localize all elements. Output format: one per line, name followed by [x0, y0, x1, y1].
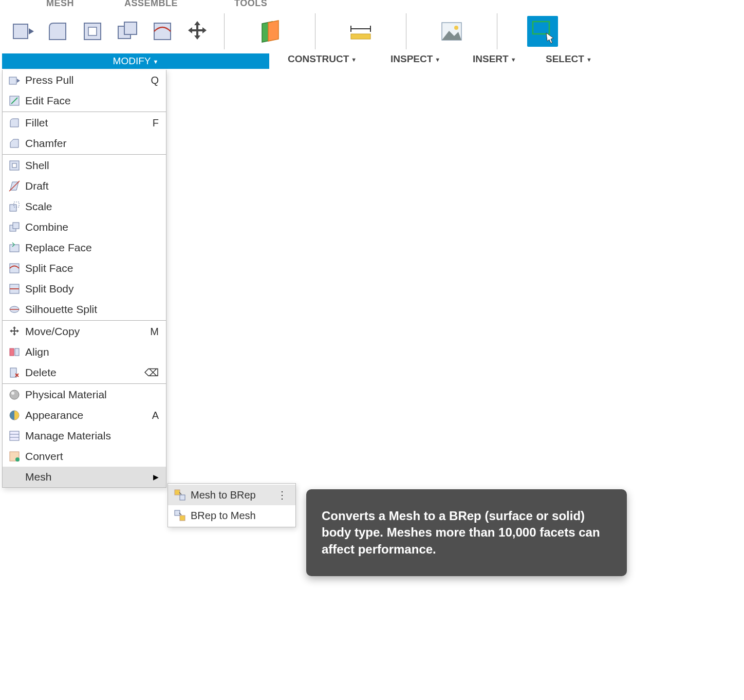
convert-icon — [8, 450, 21, 463]
menu-item-label: Physical Material — [25, 389, 161, 401]
svg-rect-8 — [88, 27, 97, 35]
split-face-icon — [8, 262, 21, 275]
menu-combine[interactable]: Combine — [3, 217, 166, 237]
menu-mesh[interactable]: Mesh ▶ — [3, 467, 166, 487]
menu-item-label: Combine — [25, 221, 161, 233]
svg-rect-34 — [15, 348, 19, 356]
inspect-dropdown[interactable]: INSPECT▼ — [390, 53, 440, 65]
tool-press-pull[interactable] — [7, 16, 38, 47]
tool-construct-plane[interactable] — [254, 16, 285, 47]
menu-scale[interactable]: Scale — [3, 196, 166, 217]
svg-rect-23 — [10, 205, 16, 211]
menu-manage-materials[interactable]: Manage Materials — [3, 426, 166, 446]
svg-rect-46 — [175, 510, 180, 515]
kebab-icon[interactable]: ⋮ — [277, 489, 287, 501]
menu-item-shortcut: A — [152, 410, 159, 421]
menu-item-label: Align — [25, 346, 161, 358]
tool-inspect-measure[interactable] — [345, 16, 376, 47]
align-icon — [8, 345, 21, 359]
menu-align[interactable]: Align — [3, 342, 166, 362]
toolbar — [0, 8, 744, 54]
menu-split-body[interactable]: Split Body — [3, 279, 166, 299]
menu-convert[interactable]: Convert — [3, 446, 166, 467]
menu-item-label: Fillet — [25, 117, 153, 129]
svg-rect-18 — [533, 22, 549, 34]
shell-icon — [8, 159, 21, 172]
menu-item-label: Shell — [25, 159, 161, 172]
menu-shell[interactable]: Shell — [3, 155, 166, 176]
select-dropdown[interactable]: SELECT▼ — [546, 53, 592, 65]
svg-point-43 — [15, 457, 20, 462]
tab-mesh[interactable]: MESH — [46, 0, 74, 6]
tab-assemble[interactable]: ASSEMBLE — [124, 0, 178, 6]
menu-brep-to-mesh[interactable]: BRep to Mesh — [168, 505, 295, 526]
menu-draft[interactable]: Draft — [3, 176, 166, 196]
menu-item-label: Edit Face — [25, 95, 161, 107]
press-pull-icon — [8, 73, 21, 87]
menu-move-copy[interactable]: Move/Copy M — [3, 321, 166, 342]
tool-combine[interactable] — [112, 16, 143, 47]
svg-point-37 — [11, 392, 14, 395]
menu-item-label: Delete — [25, 366, 144, 379]
menu-item-shortcut: F — [153, 117, 159, 129]
svg-line-5 — [177, 71, 462, 467]
svg-rect-33 — [10, 348, 14, 356]
svg-rect-27 — [10, 245, 19, 252]
move-icon — [8, 325, 21, 338]
menu-physical-material[interactable]: Physical Material — [3, 384, 166, 405]
silhouette-split-icon — [8, 303, 21, 316]
physical-material-icon — [8, 388, 21, 401]
mesh-body-icon — [8, 470, 21, 484]
menu-delete[interactable]: Delete ⌫ — [3, 362, 166, 383]
menu-item-label: Silhouette Split — [25, 303, 161, 316]
menu-item-label: Convert — [25, 450, 161, 463]
menu-item-label: Split Face — [25, 262, 161, 274]
tool-split-face[interactable] — [147, 16, 178, 47]
insert-dropdown[interactable]: INSERT▼ — [473, 53, 516, 65]
caret-down-icon: ▼ — [586, 57, 592, 63]
appearance-icon — [8, 409, 21, 422]
tool-fillet[interactable] — [42, 16, 73, 47]
delete-icon — [8, 366, 21, 379]
menu-item-label: Draft — [25, 180, 161, 192]
menu-replace-face[interactable]: Replace Face — [3, 237, 166, 258]
menu-item-label: Chamfer — [25, 137, 161, 150]
svg-rect-6 — [13, 24, 28, 39]
tool-select[interactable] — [527, 16, 558, 47]
menu-item-label: Press Pull — [25, 74, 151, 86]
menu-edit-face[interactable]: Edit Face — [3, 90, 166, 111]
mesh-submenu: Mesh to BRep ⋮ BRep to Mesh — [168, 483, 296, 527]
construct-dropdown[interactable]: CONSTRUCT▼ — [288, 53, 357, 65]
menu-silhouette-split[interactable]: Silhouette Split — [3, 299, 166, 320]
menu-press-pull[interactable]: Press Pull Q — [3, 70, 166, 90]
tool-move[interactable] — [182, 16, 213, 47]
menu-item-label: Appearance — [25, 409, 152, 421]
tab-tools[interactable]: TOOLS — [234, 0, 267, 6]
svg-rect-47 — [180, 515, 185, 521]
tool-shell[interactable] — [77, 16, 108, 47]
scale-icon — [8, 200, 21, 213]
menu-mesh-to-brep[interactable]: Mesh to BRep ⋮ — [168, 485, 295, 505]
menu-item-label: Scale — [25, 200, 161, 213]
tool-insert-image[interactable] — [436, 16, 467, 47]
menu-item-label: Move/Copy — [25, 325, 150, 338]
menu-item-shortcut: Q — [151, 75, 159, 86]
svg-point-36 — [10, 390, 19, 399]
svg-rect-10 — [124, 22, 137, 34]
menu-item-label: Mesh to BRep — [191, 489, 277, 501]
chamfer-icon — [8, 137, 21, 150]
caret-down-icon: ▼ — [351, 57, 357, 63]
manage-materials-icon — [8, 429, 21, 443]
menu-item-label: Split Body — [25, 283, 161, 295]
menu-fillet[interactable]: Fillet F — [3, 113, 166, 133]
svg-rect-45 — [180, 495, 185, 500]
menu-item-shortcut: M — [150, 326, 159, 338]
draft-icon — [8, 179, 21, 193]
svg-rect-19 — [9, 77, 16, 84]
svg-rect-11 — [154, 23, 171, 40]
menu-appearance[interactable]: Appearance A — [3, 405, 166, 426]
menu-chamfer[interactable]: Chamfer — [3, 133, 166, 154]
svg-rect-44 — [175, 490, 180, 495]
edit-face-icon — [8, 94, 21, 107]
menu-split-face[interactable]: Split Face — [3, 258, 166, 279]
